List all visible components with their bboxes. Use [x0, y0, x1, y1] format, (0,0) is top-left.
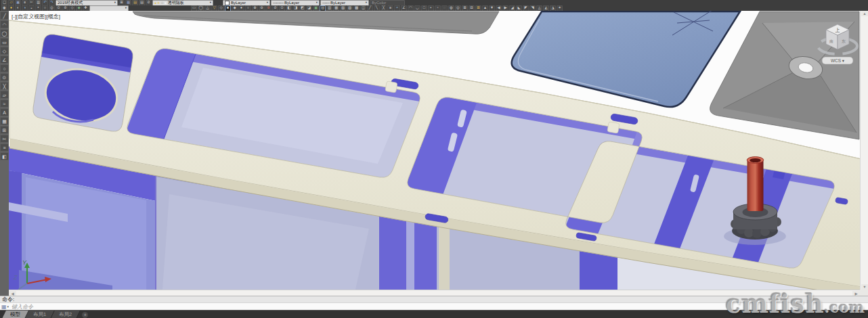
ucs-z-label: Z: [13, 274, 18, 281]
erase-icon[interactable]: ╳: [0, 82, 9, 90]
layout-tab-bar: 模型 布局1 布局2 +: [0, 310, 868, 318]
add-layout-button[interactable]: +: [82, 312, 88, 318]
polyline-icon[interactable]: ∠: [0, 55, 9, 64]
chevron-down-icon: ▾: [114, 1, 116, 5]
tab-layout1-label: 布局1: [33, 311, 46, 318]
layer-color-swatch[interactable]: ■: [165, 1, 167, 5]
donut-icon[interactable]: ⊙: [0, 73, 9, 81]
red-standpipe[interactable]: [747, 157, 763, 211]
tab-model-label: 模型: [10, 311, 20, 318]
viewcube-right-label[interactable]: 东: [842, 39, 846, 43]
polygon-icon[interactable]: ◇: [0, 47, 9, 55]
chevron-down-icon: ▾: [267, 1, 268, 5]
trim-icon[interactable]: ✂: [0, 135, 9, 143]
tab-layout1[interactable]: 布局1: [25, 311, 55, 318]
ucs-y-label: Y: [22, 259, 27, 266]
text-icon[interactable]: A: [0, 108, 9, 116]
insert-icon[interactable]: ⊞: [0, 126, 9, 134]
layer-value: 透明隔板: [168, 1, 184, 5]
lineweight-value: ByLayer: [330, 1, 345, 5]
scrollbar-corner: [860, 290, 868, 296]
rectangle-icon[interactable]: ▭: [0, 38, 9, 46]
gray-lid[interactable]: [133, 12, 499, 34]
tab-layout2[interactable]: 布局2: [51, 311, 81, 318]
region-icon[interactable]: ◧: [0, 152, 9, 160]
model-viewport[interactable]: [-][自定义视图][概念]: [9, 11, 860, 290]
chevron-down-icon[interactable]: ▾: [7, 305, 9, 309]
table-icon[interactable]: ▦: [0, 117, 9, 125]
add-layout-label: +: [84, 313, 87, 317]
viewcube-top-label[interactable]: 上: [836, 28, 840, 32]
linetype-sample: ———: [273, 1, 283, 5]
layers-icon[interactable]: ≡: [0, 143, 9, 152]
draw-toolbar-icons: ╱◠◯▭◇∠○⊙╳▱≈A▦⊞✂≡◧: [0, 11, 9, 160]
scroll-up-button[interactable]: ▲: [861, 11, 868, 16]
layer-on-icon[interactable]: ●: [154, 1, 156, 5]
drawing-canvas[interactable]: 上 南 东 WCS ▾ Y Z: [9, 11, 860, 290]
color-swatch: [225, 1, 230, 5]
layer-thaw-icon[interactable]: ☀: [157, 1, 160, 5]
chevron-down-icon: ▾: [210, 1, 211, 5]
spline-icon[interactable]: ≈: [0, 99, 9, 108]
ellipse-icon[interactable]: ○: [0, 64, 9, 72]
command-customize-icon[interactable]: ▦: [1, 304, 7, 310]
linetype-value: ByLayer: [284, 1, 299, 5]
layer-state-icons: ●☀⊘■: [154, 1, 167, 5]
chevron-down-icon: ▾: [125, 7, 127, 10]
command-placeholder: 键入命令: [12, 304, 33, 310]
chevron-down-icon: ▾: [366, 1, 367, 5]
line-icon[interactable]: ╱: [0, 12, 9, 20]
autocad-window: ▢▱▣≡✂▥↶↷ 2015经典模式 ▾ ⊞▦ ▤▤⊘ ●☀⊘■ 透明隔板 ▾ B…: [0, 0, 868, 318]
viewcube-wcs-menu[interactable]: WCS ▾: [831, 58, 845, 63]
viewport-controls[interactable]: [-][自定义视图][概念]: [12, 13, 60, 20]
color-value: ByLayer: [231, 1, 246, 5]
chevron-down-icon: ▾: [316, 1, 318, 5]
draw-toolbar: ╱◠◯▭◇∠○⊙╳▱≈A▦⊞✂≡◧: [0, 11, 9, 296]
viewcube-left-label[interactable]: 南: [829, 39, 833, 43]
hatch-icon[interactable]: ▱: [0, 91, 9, 99]
layer-unlock-icon[interactable]: ⊘: [161, 1, 164, 5]
scroll-down-button[interactable]: ▼: [861, 284, 868, 290]
tab-layout2-label: 布局2: [59, 311, 72, 318]
vertical-scrollbar[interactable]: ▲ ▼: [860, 11, 868, 290]
blue-glass-lid[interactable]: [512, 12, 740, 107]
circle-icon[interactable]: ◯: [0, 29, 9, 37]
arc-icon[interactable]: ◠: [0, 20, 9, 28]
workspace-value: 2015经典模式: [58, 1, 83, 5]
lineweight-sample: ——: [322, 1, 329, 5]
plot-style-value: ByColor: [372, 1, 386, 5]
